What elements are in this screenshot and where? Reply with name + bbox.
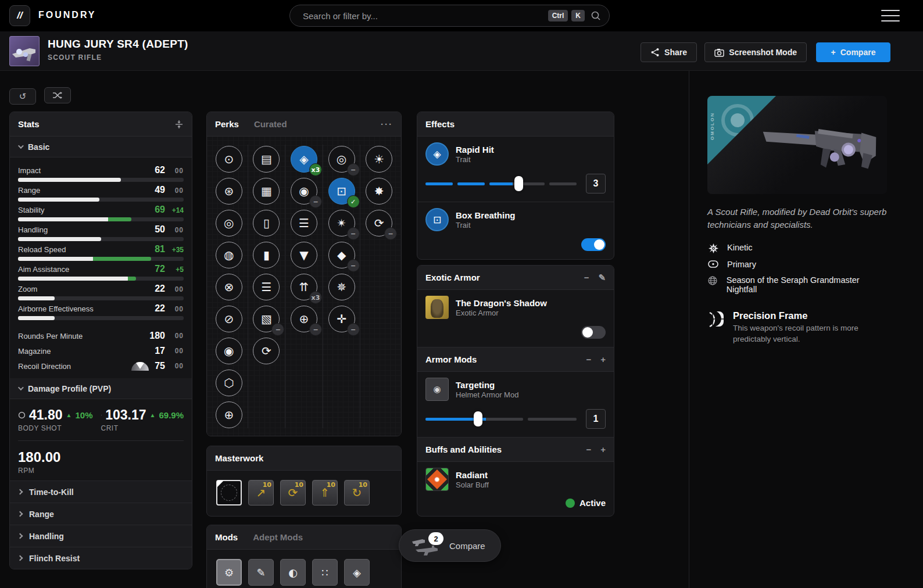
perk-icon[interactable]: ▮ xyxy=(253,242,280,268)
undo-button[interactable]: ↺ xyxy=(9,88,36,105)
perk-icon[interactable]: ⟳ − xyxy=(366,210,392,236)
section-basic[interactable]: Basic xyxy=(10,137,192,157)
mod-tile[interactable]: ∷ xyxy=(312,559,338,586)
masterwork-level: 10 xyxy=(359,481,367,489)
search-input[interactable]: Search or filter by... Ctrl K xyxy=(289,5,610,27)
collapse-icon[interactable]: − xyxy=(586,444,591,454)
compare-button[interactable]: + Compare xyxy=(816,42,890,62)
perk-icon[interactable]: ⬡ xyxy=(216,370,242,396)
mod-tile[interactable]: ◈ xyxy=(344,559,370,586)
randomize-button[interactable] xyxy=(44,87,71,103)
exotic-armor-toggle[interactable] xyxy=(581,326,606,339)
mod-tile[interactable]: ◐ xyxy=(280,559,306,586)
perk-icon[interactable]: ▯ xyxy=(253,210,280,236)
frame-info: Precision Frame This weapon's recoil pat… xyxy=(707,310,899,345)
perk-icon[interactable]: ⊡ ✓ xyxy=(328,178,355,205)
collapsed-section[interactable]: Range xyxy=(10,503,192,525)
stat-label: Recoil Direction xyxy=(18,362,131,371)
perk-icon[interactable]: ⊕ xyxy=(216,401,242,428)
perk-icon[interactable]: ☰ xyxy=(253,274,280,300)
collapsed-section[interactable]: Handling xyxy=(10,525,192,547)
targeting-count-value: 1 xyxy=(586,409,606,429)
perk-badge: − xyxy=(309,323,322,336)
section-damage-profile[interactable]: Damage Profile (PVP) xyxy=(10,378,192,399)
masterwork-tile[interactable]: ⇑ 10 xyxy=(312,480,338,505)
tab-mods[interactable]: Mods xyxy=(215,532,238,542)
collapse-all-icon[interactable] xyxy=(174,120,184,129)
chevron-down-icon xyxy=(18,143,24,149)
perk-icon[interactable]: ⊙ xyxy=(216,146,242,173)
perk-column: ☀ ✸ ⟳ − xyxy=(360,145,398,428)
perk-icon[interactable]: ☰ xyxy=(291,210,317,236)
perk-icon[interactable]: ⇈ x3 xyxy=(291,274,317,300)
weapon-thumbnail[interactable] xyxy=(9,36,40,66)
slider-thumb[interactable] xyxy=(514,176,523,191)
add-icon[interactable]: + xyxy=(600,444,606,454)
tab-perks[interactable]: Perks xyxy=(215,119,239,129)
perk-icon[interactable]: ◈ x3 xyxy=(291,146,317,173)
collapse-icon[interactable]: − xyxy=(586,354,591,364)
perk-icon[interactable]: ⊕ − xyxy=(291,306,317,332)
foundry-logo-icon[interactable]: // xyxy=(9,5,30,26)
perk-icon[interactable]: ▤ xyxy=(253,146,280,173)
bodyshot-pct: 10% xyxy=(75,410,92,420)
rapid-hit-stacks-slider[interactable] xyxy=(425,176,577,191)
box-breathing-toggle[interactable] xyxy=(581,238,606,251)
page-title: HUNG JURY SR4 (ADEPT) xyxy=(48,38,188,51)
perk-icon[interactable]: ☀ xyxy=(366,146,392,173)
rapid-hit-stacks-value: 3 xyxy=(586,174,606,193)
perk-icon[interactable]: ◉ − xyxy=(291,178,317,205)
weapon-image: OMOLON xyxy=(707,96,887,194)
masterwork-tile[interactable]: ⟳ 10 xyxy=(280,480,306,505)
perk-icon[interactable]: ◎ xyxy=(216,210,242,236)
tab-adept-mods[interactable]: Adept Mods xyxy=(253,532,303,542)
mod-tile[interactable]: ⚙ xyxy=(216,559,242,586)
damage-type-row: Kinetic xyxy=(707,243,899,253)
compare-tray-button[interactable]: 2 Compare xyxy=(399,529,501,562)
perk-icon[interactable]: ✴ − xyxy=(328,210,355,236)
source-row: Season of the Seraph Grandmaster Nightfa… xyxy=(707,275,882,294)
weapon-type-label: SCOUT RIFLE xyxy=(48,53,102,62)
perk-icon[interactable]: ◆ − xyxy=(328,242,355,268)
masterwork-tile[interactable] xyxy=(216,480,242,505)
collapsed-section[interactable]: Time-to-Kill xyxy=(10,481,192,503)
perk-icon[interactable]: ⟳ xyxy=(253,338,280,364)
slider-thumb[interactable] xyxy=(474,411,482,426)
screenshot-mode-button[interactable]: Screenshot Mode xyxy=(704,42,807,62)
tab-curated[interactable]: Curated xyxy=(254,119,287,129)
edit-icon[interactable]: ✎ xyxy=(598,273,606,283)
collapse-icon[interactable]: − xyxy=(584,273,589,282)
perk-icon[interactable]: ▦ xyxy=(253,178,280,205)
stat-bar xyxy=(18,316,184,320)
perk-icon[interactable]: ⊛ xyxy=(216,178,242,205)
chevron-right-icon xyxy=(17,533,23,539)
perk-icon[interactable]: ✵ xyxy=(328,274,355,300)
perk-icon[interactable]: ⊘ xyxy=(216,306,242,332)
stat-value: 75 xyxy=(155,361,165,371)
perk-icon[interactable]: ◉ xyxy=(216,338,242,364)
masterwork-level: 10 xyxy=(327,481,335,489)
targeting-count-slider[interactable] xyxy=(425,411,577,426)
perk-icon[interactable]: ▧ − xyxy=(253,306,280,332)
precision-frame-icon xyxy=(707,310,725,345)
share-button[interactable]: Share xyxy=(641,42,697,62)
masterwork-tile[interactable]: ↻ 10 xyxy=(344,480,370,505)
stat-label: Magazine xyxy=(18,347,155,356)
menu-icon[interactable] xyxy=(881,10,900,21)
ammo-type-row: Primary xyxy=(707,260,899,269)
stat-value: 72 xyxy=(155,264,165,274)
stat-row: Rounds Per Minute 180 00 xyxy=(10,328,192,343)
more-options-icon[interactable]: ··· xyxy=(381,119,393,129)
perk-icon[interactable]: ✸ xyxy=(366,178,392,205)
perk-icon[interactable]: ▼ xyxy=(291,242,317,268)
perk-icon[interactable]: ◎ − xyxy=(328,146,355,173)
perk-icon[interactable]: ⊗ xyxy=(216,274,242,300)
masterwork-tile[interactable]: ↗ 10 xyxy=(248,480,274,505)
globe-icon xyxy=(707,275,718,285)
perk-icon[interactable]: ✛ − xyxy=(328,306,355,332)
bodyshot-icon xyxy=(18,411,26,419)
perk-icon[interactable]: ◍ xyxy=(216,242,242,268)
add-icon[interactable]: + xyxy=(600,354,606,364)
mod-tile[interactable]: ✎ xyxy=(248,559,274,586)
collapsed-section[interactable]: Flinch Resist xyxy=(10,547,192,569)
